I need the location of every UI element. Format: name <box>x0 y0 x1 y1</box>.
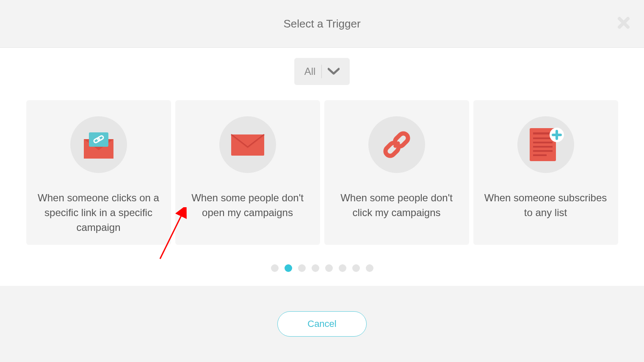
modal-footer: Cancel <box>0 286 644 362</box>
pagination-dot[interactable] <box>298 264 306 272</box>
link-icon <box>379 126 415 163</box>
svg-rect-12 <box>533 146 553 148</box>
pagination-dot[interactable] <box>325 264 333 272</box>
svg-rect-11 <box>533 142 553 143</box>
modal-header: Select a Trigger <box>0 0 644 48</box>
filter-divider <box>321 65 322 78</box>
trigger-cards: When someone clicks on a specific link i… <box>0 100 644 245</box>
card-icon-wrap <box>219 116 276 173</box>
svg-rect-13 <box>533 150 553 152</box>
pagination-dot[interactable] <box>339 264 346 272</box>
filter-label: All <box>304 66 316 77</box>
pagination-dot[interactable] <box>366 264 373 272</box>
card-icon-wrap <box>517 116 574 173</box>
modal-title: Select a Trigger <box>283 17 360 30</box>
card-label: When some people don't click my campaign… <box>334 191 459 220</box>
trigger-card-subscribe-list[interactable]: When someone subscribes to any list <box>473 100 618 245</box>
pagination-dot[interactable] <box>271 264 279 272</box>
trigger-card-link-click[interactable]: When someone clicks on a specific link i… <box>26 100 171 245</box>
close-button[interactable] <box>617 15 630 32</box>
cancel-button[interactable]: Cancel <box>277 311 366 337</box>
svg-rect-14 <box>533 154 547 156</box>
card-label: When some people don't open my campaigns <box>185 191 310 220</box>
pagination-dot[interactable] <box>285 264 292 272</box>
pagination-dots <box>0 264 644 272</box>
list-add-icon <box>526 126 565 163</box>
svg-rect-1 <box>89 132 108 147</box>
card-label: When someone subscribes to any list <box>484 191 608 220</box>
trigger-card-not-click[interactable]: When some people don't click my campaign… <box>324 100 469 245</box>
trigger-card-not-open[interactable]: When some people don't open my campaigns <box>175 100 320 245</box>
envelope-icon <box>230 133 265 156</box>
close-icon <box>617 16 630 30</box>
card-label: When someone clicks on a specific link i… <box>36 191 161 235</box>
svg-rect-10 <box>533 137 553 139</box>
envelope-link-icon <box>82 130 115 159</box>
pagination-dot[interactable] <box>312 264 319 272</box>
filter-row: All <box>0 48 644 100</box>
filter-dropdown[interactable]: All <box>294 58 350 85</box>
chevron-down-icon <box>328 68 340 75</box>
pagination-dot[interactable] <box>352 264 360 272</box>
card-icon-wrap <box>70 116 127 173</box>
card-icon-wrap <box>368 116 425 173</box>
